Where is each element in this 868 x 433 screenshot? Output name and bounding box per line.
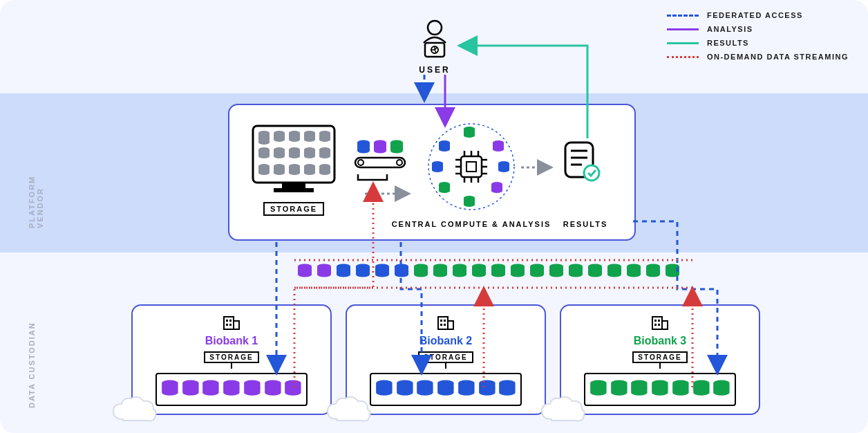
legend: FEDERATED ACCESS ANALYSIS RESULTS ON-DEM… [667,11,849,66]
biobank-1: Biobank 1 STORAGE [131,304,332,415]
db-stack-icon [587,263,603,281]
db-stack-icon [589,379,607,400]
cloud-icon [538,394,587,426]
legend-streaming: ON-DEMAND DATA STREAMING [667,53,849,61]
biobank-3-title: Biobank 3 [561,335,759,347]
svg-point-308 [356,273,370,277]
db-stack-icon [394,263,409,281]
legend-line-analysis [667,28,699,30]
svg-point-191 [223,390,239,396]
db-stack-icon [498,379,516,400]
svg-rect-207 [438,317,448,329]
svg-point-358 [549,273,563,277]
biobank-3-storage-label: STORAGE [632,351,687,363]
biobank-2-storage-label: STORAGE [418,351,473,363]
db-stack-icon [297,263,312,281]
legend-line-results [667,42,699,44]
platform-panel: STORAGE [228,104,636,241]
svg-point-283 [693,390,709,396]
svg-rect-209 [440,320,442,322]
svg-rect-252 [654,324,657,326]
legend-federated: FEDERATED ACCESS [667,11,849,19]
svg-rect-168 [226,320,228,322]
building-icon [435,313,456,331]
biobank-1-storage-label: STORAGE [204,351,258,363]
svg-rect-169 [229,320,232,322]
svg-point-328 [433,273,447,277]
cloud-icon [323,394,373,426]
svg-point-222 [397,390,413,396]
db-stack-icon [223,379,240,400]
svg-point-353 [530,273,544,277]
svg-point-383 [646,273,660,277]
db-stack-icon [317,263,332,281]
biobank-2-tank [370,373,522,406]
svg-point-288 [713,390,729,396]
legend-line-federated [667,15,699,17]
svg-point-247 [499,390,515,396]
biobank-3-tank [584,373,736,406]
biobank-2: Biobank 2 STORAGE [346,304,546,415]
user-icon [413,19,456,59]
db-stack-icon [651,379,669,400]
svg-point-313 [375,273,389,277]
svg-point-343 [491,273,505,277]
svg-point-388 [666,273,679,277]
side-label-custodian: DATA CUSTODIAN [28,311,36,408]
db-stack-icon [375,379,393,400]
svg-rect-250 [654,320,657,322]
db-stack-icon [202,379,220,400]
svg-point-227 [417,390,433,396]
db-stack-icon [433,263,448,281]
db-stack-icon [491,263,506,281]
svg-point-268 [632,390,648,396]
db-stack-icon [396,379,414,400]
svg-point-373 [607,273,621,277]
db-stack-icon [243,379,261,400]
svg-point-242 [479,390,495,396]
db-stack-icon [630,379,648,400]
svg-point-196 [244,390,260,396]
db-stack-icon [610,379,628,400]
svg-point-378 [627,273,641,277]
diagram-canvas: PLATFORM VENDOR DATA CUSTODIAN FEDERATED… [0,0,868,433]
svg-point-217 [376,390,392,396]
svg-point-232 [437,390,453,396]
db-stack-icon [336,263,351,281]
biobank-1-title: Biobank 1 [133,335,330,347]
biobank-1-tank [155,373,308,406]
building-icon [650,313,670,331]
db-stack-icon [568,263,583,281]
db-stack-icon [437,379,455,400]
user-block: USER [413,19,456,75]
svg-point-333 [453,273,466,277]
db-stack-icon [284,379,302,400]
db-stack-icon [457,379,475,400]
svg-rect-170 [226,324,228,326]
stream-row [297,263,680,281]
db-stack-icon [607,263,622,281]
db-stack-icon [182,379,200,400]
svg-point-176 [162,390,178,396]
db-stack-icon [645,263,661,281]
legend-results: RESULTS [667,39,849,47]
side-label-vendor: PLATFORM VENDOR [28,131,44,228]
svg-rect-166 [224,317,234,329]
db-stack-icon [626,263,641,281]
svg-rect-210 [444,320,446,322]
svg-point-201 [265,390,281,396]
svg-rect-251 [658,320,660,322]
svg-point-273 [652,390,668,396]
db-stack-icon [713,379,730,400]
db-stack-icon [529,263,545,281]
svg-point-186 [203,390,219,396]
legend-label: ON-DEMAND DATA STREAMING [707,53,849,61]
db-stack-icon [478,379,496,400]
svg-point-368 [588,273,602,277]
db-stack-icon [355,263,370,281]
svg-point-0 [428,21,442,35]
svg-point-181 [182,390,198,396]
cloud-icon [109,394,159,426]
svg-point-363 [569,273,583,277]
svg-point-206 [285,390,301,396]
